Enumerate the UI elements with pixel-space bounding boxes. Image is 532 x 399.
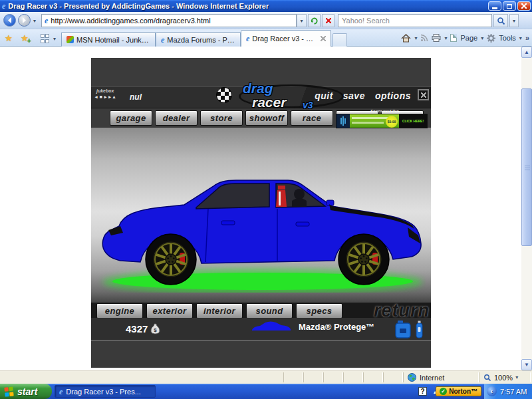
sound-button[interactable]: sound: [246, 303, 293, 319]
command-bar: ▾ ▾ Page ▾: [401, 31, 529, 45]
restore-button[interactable]: [503, 1, 516, 11]
dealer-button[interactable]: dealer: [155, 110, 198, 126]
refresh-icon: [310, 17, 319, 25]
windows-flag-icon: [4, 386, 14, 396]
add-favorite-button[interactable]: ★: [19, 31, 31, 45]
scrollbar-thumb[interactable]: [521, 88, 532, 246]
garage-button[interactable]: garage: [110, 110, 152, 126]
taskbar: start e Drag Racer v3 - Pres... ? ▴ ✓ No…: [0, 384, 532, 399]
tab-list-dropdown[interactable]: ▾: [53, 36, 56, 42]
engine-button[interactable]: engine: [96, 303, 143, 319]
money-amount: 4327: [126, 323, 148, 334]
stop-icon: [326, 18, 331, 23]
game-close-button[interactable]: [418, 89, 429, 100]
restore-icon: [507, 4, 512, 9]
address-dropdown-button[interactable]: ▾: [297, 14, 307, 27]
jukebox-play-icon[interactable]: ▸: [104, 94, 107, 100]
save-link[interactable]: save: [343, 90, 365, 101]
vertical-scrollbar[interactable]: ▲ ▼: [521, 47, 532, 370]
window-title: Drag Racer v3 - Presented by AddictingGa…: [8, 2, 269, 10]
address-bar[interactable]: e http://www.addictinggames.com/dragrace…: [41, 14, 297, 27]
status-message-pane: [1, 372, 283, 382]
page-dropdown[interactable]: ▾: [481, 35, 483, 41]
search-placeholder: Yahoo! Search: [342, 17, 390, 25]
security-zone-label: Internet: [420, 374, 444, 382]
norton-tray-badge[interactable]: ✓ Norton™: [436, 386, 481, 396]
page-favicon: e: [45, 17, 48, 25]
taskbar-task-button[interactable]: e Drag Racer v3 - Pres...: [55, 385, 156, 398]
print-dropdown[interactable]: ▾: [444, 35, 447, 41]
minimize-icon: [492, 7, 497, 9]
address-url[interactable]: http://www.addictinggames.com/dragracerv…: [51, 17, 210, 25]
task-label: Drag Racer v3 - Pres...: [66, 388, 140, 396]
back-button[interactable]: [3, 14, 16, 27]
search-go-button[interactable]: [493, 14, 508, 27]
close-button[interactable]: [517, 1, 531, 11]
history-dropdown[interactable]: ▾: [33, 18, 36, 24]
tools-menu-button[interactable]: Tools: [499, 34, 516, 42]
stop-button[interactable]: [322, 14, 334, 27]
tab-mazda-forums[interactable]: e Mazda Forums - Powered by ...: [156, 32, 241, 47]
minimize-button[interactable]: [488, 1, 501, 11]
toolbar-overflow-button[interactable]: »: [525, 34, 529, 42]
jukebox-label: jukebox: [96, 88, 114, 93]
exterior-button[interactable]: exterior: [146, 303, 193, 319]
store-button[interactable]: store: [200, 110, 243, 126]
specs-button[interactable]: specs: [296, 303, 342, 319]
showoff-button[interactable]: showoff: [245, 110, 288, 126]
quit-link[interactable]: quit: [315, 90, 333, 101]
home-icon[interactable]: [401, 34, 411, 43]
jukebox-next-icon[interactable]: ▸: [108, 94, 111, 100]
tab-drag-racer[interactable]: e Drag Racer v3 - Presente...: [241, 30, 331, 47]
nos-bottle-icon[interactable]: [416, 321, 423, 338]
tab-strip: MSN Hotmail - Junk E-Mail e Mazda Forums…: [61, 29, 347, 47]
norton-label: Norton™: [449, 388, 477, 395]
favorites-star-icon: ★: [5, 33, 13, 43]
zoom-magnifier-icon: [483, 374, 491, 382]
game-close-icon: [421, 92, 426, 98]
norton-check-icon: ✓: [440, 388, 447, 395]
options-link[interactable]: options: [375, 90, 411, 101]
status-bar: Internet 100% ▾: [0, 370, 532, 384]
interior-button[interactable]: interior: [196, 303, 243, 319]
search-input[interactable]: Yahoo! Search: [338, 14, 492, 27]
scroll-up-button[interactable]: ▲: [521, 47, 532, 58]
tools-gear-icon: [487, 34, 495, 43]
tools-dropdown[interactable]: ▾: [519, 35, 522, 41]
ie-favicon: e: [161, 36, 164, 44]
sponsor-banner[interactable]: $9.99 CLICK HERE!: [336, 114, 428, 128]
zoom-pane[interactable]: 100% ▾: [479, 372, 531, 382]
jukebox-prev-icon[interactable]: ◂: [95, 94, 98, 100]
sponsor-banner-logo: [336, 114, 350, 128]
tab-msn-hotmail[interactable]: MSN Hotmail - Junk E-Mail: [61, 32, 156, 47]
front-wheel: [338, 234, 389, 285]
print-icon[interactable]: [432, 34, 441, 42]
game-header-links: quit save options: [315, 90, 411, 101]
rss-feed-icon[interactable]: [420, 34, 428, 42]
start-button[interactable]: start: [0, 384, 52, 399]
favorites-button[interactable]: ★: [3, 31, 15, 45]
tray-help-icon[interactable]: ?: [418, 387, 427, 396]
sponsor-label: Sponsored By:: [370, 109, 399, 113]
tab-close-icon[interactable]: [321, 36, 326, 41]
quick-tabs-button[interactable]: [39, 31, 52, 46]
ie-logo-icon: e: [2, 2, 5, 10]
jukebox-stop-icon[interactable]: ■: [100, 94, 102, 100]
fuel-jug-icon[interactable]: [395, 320, 412, 338]
search-options-dropdown[interactable]: ▾: [509, 14, 519, 27]
new-tab-stub[interactable]: [332, 33, 347, 47]
race-button[interactable]: race: [291, 110, 333, 126]
page-menu-button[interactable]: Page: [460, 34, 477, 42]
forward-button[interactable]: [18, 14, 31, 27]
drag-racer-game: jukebox ◂ ■ ▸ ▸ ▴ nul drag racer v3: [91, 58, 431, 368]
home-dropdown[interactable]: ▾: [414, 35, 417, 41]
zoom-dropdown[interactable]: ▾: [515, 374, 518, 380]
tray-blue-arrow-icon[interactable]: ‹: [487, 386, 497, 396]
jukebox-eject-icon[interactable]: ▴: [113, 94, 116, 100]
forward-arrow-icon: [21, 17, 28, 24]
car-illustration: [96, 128, 426, 293]
scrollbar-grip: [525, 168, 530, 168]
navigation-bar: ▾ e http://www.addictinggames.com/dragra…: [0, 12, 532, 29]
scroll-down-button[interactable]: ▼: [521, 359, 532, 370]
refresh-button[interactable]: [308, 14, 321, 27]
